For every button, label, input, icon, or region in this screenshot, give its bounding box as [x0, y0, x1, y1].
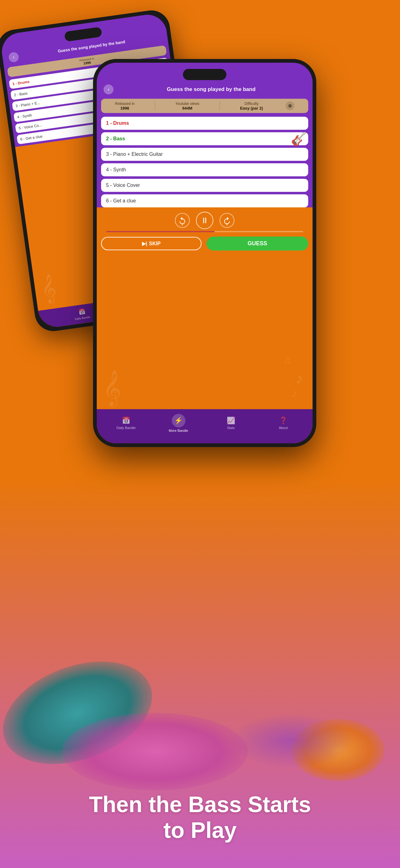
stats-icon: 📈 [227, 416, 235, 425]
music-note-2: ♫ [284, 355, 291, 366]
back-button-back[interactable]: ‹ [8, 52, 19, 63]
progress-bar[interactable] [106, 231, 303, 232]
guitar-icon: 🎸 [291, 131, 307, 147]
track-3-label: 3 - Piano + Electric Guitar [106, 152, 163, 157]
back-button[interactable]: ‹ [104, 85, 113, 94]
phone-front-screen: ‹ Guess the song played by the band Rele… [97, 63, 312, 443]
skip-label: SKIP [149, 241, 161, 247]
nav-active-indicator: ⚡ [172, 414, 186, 428]
released-value: 1996 [115, 106, 135, 111]
guess-label: GUESS [247, 240, 267, 247]
nav-about-label: About [279, 426, 288, 430]
nav-daily-label-back: Daily Bandle [75, 315, 91, 321]
rewind-button[interactable]: 5 [175, 213, 190, 228]
track-1[interactable]: 1 - Drums [101, 117, 308, 130]
bottom-tagline: Then the Bass Starts to Play [0, 792, 400, 843]
music-note-3: ♪ [292, 387, 297, 400]
calendar-icon-back: 📅 [78, 308, 86, 316]
nav-stats[interactable]: 📈 Stats [205, 416, 257, 430]
back-arrow-icon-front: ‹ [108, 87, 109, 92]
track-3[interactable]: 3 - Piano + Electric Guitar [101, 148, 308, 161]
track-4-label: 4 - Synth [106, 167, 126, 173]
nav-more-bandle[interactable]: ⚡ More Bandle [152, 414, 205, 432]
guess-button[interactable]: GUESS [206, 237, 308, 251]
rewind-label: 5 [182, 223, 183, 226]
tagline-line2: to Play [163, 818, 237, 842]
tagline-line1: Then the Bass Starts [89, 792, 311, 817]
nav-daily-bandle[interactable]: 📅 Daily Bandle [100, 416, 152, 430]
track-6[interactable]: 6 - Get a clue [101, 194, 308, 207]
track-5-label: 5 - Voice Cover [106, 183, 140, 188]
calendar-icon: 📅 [122, 416, 130, 425]
track-2[interactable]: 2 - Bass [101, 132, 308, 145]
side-button-mute [1, 94, 6, 113]
pause-button[interactable]: ⏸ [196, 212, 213, 229]
side-button-vol-down [10, 155, 16, 183]
track-list: 1 - Drums 2 - Bass 🎸 3 - Piano + Electri… [101, 117, 308, 207]
progress-fill [106, 231, 214, 232]
camera-pill-front [183, 69, 226, 80]
track-5[interactable]: 5 - Voice Cover [101, 179, 308, 192]
nav-more-label: More Bandle [169, 429, 188, 432]
header-title: Guess the song played by the band [116, 86, 306, 93]
difficulty-value: Easy (par 2) [240, 106, 263, 111]
nav-about[interactable]: ❓ About [257, 416, 309, 430]
treble-clef-back: 𝄞 [39, 273, 58, 304]
nav-daily-label: Daily Bandle [116, 426, 136, 430]
views-value: 644M [175, 106, 199, 111]
phone-front: ‹ Guess the song played by the band Rele… [93, 59, 316, 447]
bottom-nav: 📅 Daily Bandle ⚡ More Bandle 📈 Stats ❓ A… [97, 409, 312, 443]
difficulty-label: Difficulty [240, 101, 263, 106]
released-label: Released in [115, 101, 135, 106]
info-released: Released in 1996 [115, 101, 135, 111]
forward-button[interactable]: 5 [220, 213, 234, 228]
pause-icon: ⏸ [201, 216, 209, 225]
action-buttons: ▶| SKIP GUESS [101, 237, 308, 251]
playback-controls: 5 ⏸ 5 [97, 212, 312, 229]
info-bar: Released in 1996 Youtube views 644M Diff… [101, 99, 308, 113]
music-note-1: ♪ [296, 369, 303, 388]
track-2-label: 2 - Bass [106, 136, 125, 142]
settings-button[interactable]: ⚙ [286, 101, 294, 110]
forward-label: 5 [226, 223, 228, 226]
skip-play-icon: ▶| [142, 241, 147, 247]
info-views: Youtube views 644M [175, 101, 199, 111]
info-difficulty: Difficulty Easy (par 2) [240, 101, 263, 111]
track-6-label: 6 - Get a clue [106, 198, 136, 204]
skip-button[interactable]: ▶| SKIP [101, 237, 202, 250]
app-header: ‹ Guess the song played by the band [97, 63, 312, 99]
splash-pink [62, 713, 248, 790]
back-arrow-icon: ‹ [12, 54, 15, 60]
track-1-label: 1 - Drums [106, 120, 129, 126]
track-2-wrap: 2 - Bass 🎸 [101, 132, 308, 145]
nav-stats-label: Stats [227, 426, 235, 430]
app-screen: ‹ Guess the song played by the band Rele… [97, 63, 312, 443]
side-button-vol-up [5, 121, 11, 149]
info-divider-2 [220, 101, 220, 111]
track-4[interactable]: 4 - Synth [101, 163, 308, 176]
views-label: Youtube views [175, 101, 199, 106]
lightning-icon: ⚡ [174, 416, 182, 425]
help-icon: ❓ [279, 416, 288, 425]
info-released-back: Released in 1996 [79, 57, 95, 65]
splash-purple [229, 713, 354, 769]
gear-icon: ⚙ [288, 103, 292, 108]
music-note-4: ♩ [112, 372, 116, 381]
